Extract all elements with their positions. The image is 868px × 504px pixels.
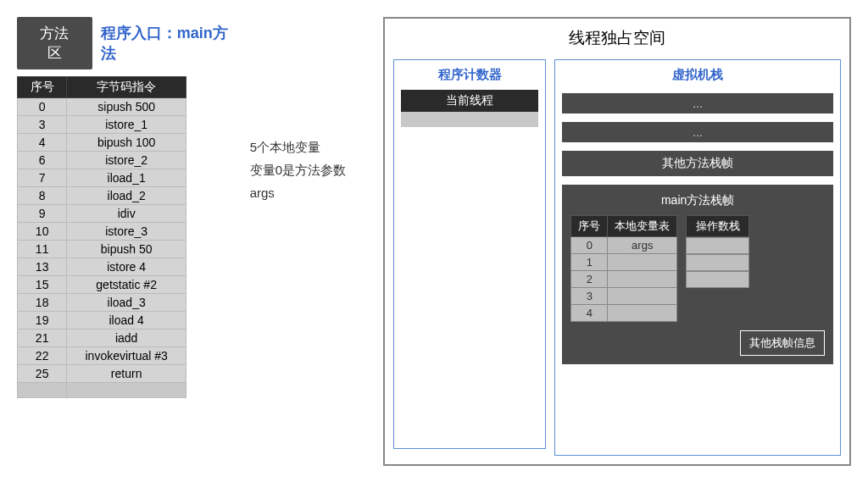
table-row: 15getstatic #2 (18, 276, 186, 294)
vm-stack-title: 虚拟机栈 (562, 67, 833, 83)
local-variable-table: 序号 本地变量表 0args 1 2 3 4 (570, 215, 677, 322)
table-row: 22invokevirtual #3 (18, 347, 186, 365)
other-frame-info: 其他栈帧信息 (740, 330, 825, 356)
table-row-empty (18, 383, 186, 398)
table-row: 4bipush 100 (18, 134, 186, 152)
lv-row: 2 (571, 271, 677, 288)
op-stack-row (686, 254, 749, 271)
table-row: 19iload 4 (18, 312, 186, 330)
main-method-frame: main方法栈帧 序号 本地变量表 0args 1 (562, 185, 833, 364)
op-stack-row (686, 271, 749, 288)
lv-row: 4 (571, 305, 677, 322)
table-row: 8iload_2 (18, 187, 186, 205)
other-method-frame: 其他方法栈帧 (562, 151, 833, 176)
operand-stack: 操作数栈 (686, 215, 749, 288)
table-row: 13istore 4 (18, 258, 186, 276)
pc-title: 程序计数器 (401, 67, 538, 83)
table-row: 10istore_3 (18, 223, 186, 241)
method-area-label: 方法区 (17, 17, 92, 69)
table-row: 9idiv (18, 205, 186, 223)
op-stack-header: 操作数栈 (686, 215, 749, 237)
stack-ellipsis: ... (562, 93, 833, 114)
main-frame-title: main方法栈帧 (570, 193, 825, 208)
lv-row: 1 (571, 254, 677, 271)
lv-col-seq: 序号 (571, 216, 608, 237)
vm-stack: 虚拟机栈 ... ... 其他方法栈帧 main方法栈帧 序号 本地变量表 (554, 59, 841, 456)
lv-row: 3 (571, 288, 677, 305)
table-row: 18iload_3 (18, 294, 186, 312)
col-instr: 字节码指令 (67, 77, 186, 98)
thread-space-title: 线程独占空间 (393, 27, 841, 49)
side-annotation: 5个本地变量 变量0是方法参数args (250, 136, 367, 204)
table-row: 21iadd (18, 330, 186, 347)
thread-exclusive-space: 线程独占空间 程序计数器 当前线程 虚拟机栈 ... ... 其他方法栈帧 ma… (383, 17, 851, 466)
pc-empty-row (401, 112, 538, 127)
table-row: 0sipush 500 (18, 98, 186, 116)
table-row: 25return (18, 365, 186, 383)
current-thread-row: 当前线程 (401, 90, 538, 112)
lv-row: 0args (571, 237, 677, 254)
col-seq: 序号 (18, 77, 67, 98)
bytecode-table: 序号 字节码指令 0sipush 500 3istore_1 4bipush 1… (17, 76, 186, 398)
program-counter: 程序计数器 当前线程 (393, 59, 546, 449)
table-row: 3istore_1 (18, 116, 186, 134)
op-stack-row (686, 237, 749, 254)
lv-col-name: 本地变量表 (608, 216, 677, 237)
table-row: 7iload_1 (18, 169, 186, 187)
table-row: 6istore_2 (18, 152, 186, 169)
entry-point-label: 程序入口：main方法 (101, 23, 237, 64)
stack-ellipsis: ... (562, 122, 833, 142)
table-row: 11bipush 50 (18, 241, 186, 258)
